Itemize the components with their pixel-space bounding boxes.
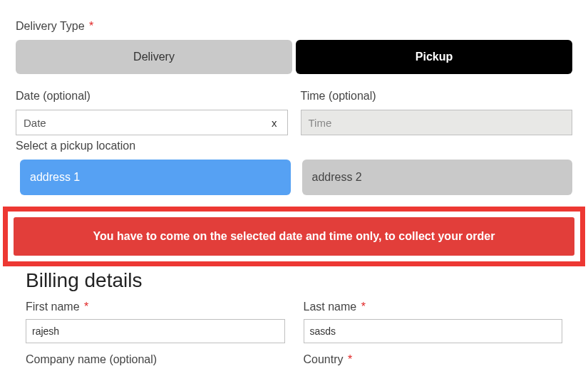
date-clear-icon[interactable]: x: [269, 117, 280, 129]
required-asterisk: *: [89, 20, 93, 32]
first-name-label-text: First name: [26, 301, 80, 313]
location-address-2[interactable]: address 2: [302, 160, 573, 195]
tab-pickup-label: Pickup: [416, 51, 453, 63]
required-asterisk: *: [361, 301, 366, 313]
location-address-2-label: address 2: [312, 171, 362, 184]
time-input[interactable]: Time: [301, 110, 573, 135]
last-name-label-text: Last name: [304, 301, 357, 313]
country-label-text: Country: [304, 353, 344, 365]
tab-delivery[interactable]: Delivery: [16, 40, 292, 74]
company-name-label: Company name (optional): [26, 353, 285, 366]
delivery-type-label: Delivery Type *: [16, 20, 572, 33]
pickup-location-label: Select a pickup location: [16, 140, 572, 152]
tab-delivery-label: Delivery: [133, 51, 175, 63]
last-name-label: Last name *: [304, 301, 563, 313]
country-label: Country *: [304, 353, 563, 366]
billing-heading: Billing details: [26, 269, 572, 292]
location-address-1-label: address 1: [30, 171, 80, 184]
pickup-location-options: address 1 address 2: [16, 160, 572, 195]
first-name-label: First name *: [26, 301, 285, 313]
location-address-1[interactable]: address 1: [20, 160, 291, 195]
notice-text: You have to come on the selected date an…: [14, 217, 574, 256]
delivery-type-toggle: Delivery Pickup: [16, 40, 572, 74]
tab-pickup[interactable]: Pickup: [296, 40, 572, 74]
first-name-field[interactable]: [26, 319, 285, 343]
required-asterisk: *: [84, 301, 88, 313]
time-value: Time: [309, 117, 332, 129]
date-label: Date (optional): [16, 90, 288, 103]
notice-banner: You have to come on the selected date an…: [3, 207, 585, 266]
date-input[interactable]: Date x: [16, 110, 288, 135]
required-asterisk: *: [348, 353, 352, 365]
delivery-type-text: Delivery Type: [16, 20, 85, 32]
last-name-field[interactable]: [304, 319, 563, 343]
date-value: Date: [24, 117, 46, 129]
time-label: Time (optional): [301, 90, 573, 103]
